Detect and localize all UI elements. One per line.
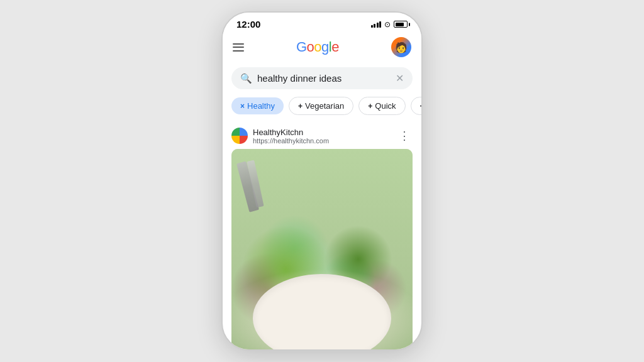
- search-clear-button[interactable]: ✕: [396, 72, 404, 84]
- hamburger-menu-button[interactable]: [233, 43, 244, 52]
- battery-icon: [394, 21, 408, 28]
- wifi-icon: ⊙: [384, 20, 391, 29]
- chip-vegetarian[interactable]: + Vegetarian: [289, 97, 353, 115]
- filter-chips-row: × Healthy + Vegetarian + Quick + F: [223, 94, 421, 121]
- chip-more[interactable]: + F: [411, 97, 421, 115]
- search-bar[interactable]: 🔍 healthy dinner ideas ✕: [231, 67, 413, 89]
- site-name: HealthyKitchn: [253, 128, 329, 137]
- status-time: 12:00: [236, 19, 260, 30]
- chip-add-icon-3: +: [420, 102, 421, 111]
- site-url: https://healthykitchn.com: [253, 137, 329, 145]
- chip-quick[interactable]: + Quick: [358, 97, 405, 115]
- chip-add-icon-2: +: [368, 102, 372, 111]
- chip-remove-icon: ×: [240, 102, 245, 111]
- chip-quick-label: Quick: [375, 101, 396, 111]
- search-icon: 🔍: [240, 73, 252, 84]
- status-icons: ⊙: [371, 20, 408, 29]
- signal-icon: [371, 21, 382, 28]
- chip-vegetarian-label: Vegetarian: [305, 101, 344, 111]
- site-favicon: [231, 128, 248, 144]
- avatar[interactable]: 🧑: [391, 37, 411, 57]
- chip-add-icon: +: [298, 102, 303, 111]
- more-options-button[interactable]: ⋮: [396, 126, 413, 145]
- status-bar: 12:00 ⊙: [223, 13, 421, 32]
- search-bar-container: 🔍 healthy dinner ideas ✕: [223, 62, 421, 94]
- google-logo: Google: [296, 39, 339, 55]
- phone-frame: 12:00 ⊙ Google 🧑 🔍 he: [221, 11, 423, 351]
- result-food-image: [231, 149, 413, 349]
- chip-healthy-label: Healthy: [247, 101, 275, 111]
- chip-healthy[interactable]: × Healthy: [231, 97, 284, 114]
- search-input[interactable]: healthy dinner ideas: [257, 73, 391, 84]
- search-result-item[interactable]: HealthyKitchn https://healthykitchn.com …: [223, 121, 421, 149]
- app-bar: Google 🧑: [223, 32, 421, 62]
